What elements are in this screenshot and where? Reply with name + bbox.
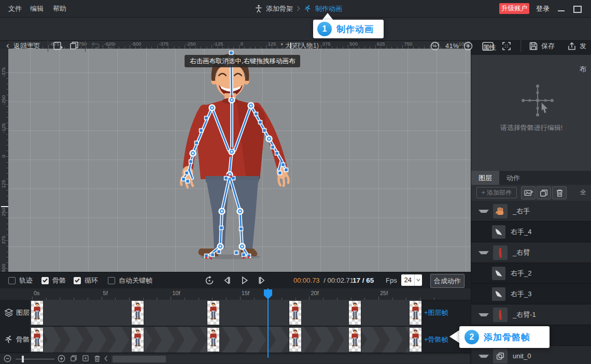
- frame-counter: 17 / 65: [353, 272, 374, 288]
- ruler-tick: [212, 45, 212, 49]
- copy-frame-icon[interactable]: [70, 355, 78, 363]
- frame-ruler-tick: [434, 298, 434, 300]
- layer-row-3[interactable]: 右手_2: [471, 263, 591, 284]
- delete-layer-button[interactable]: [552, 186, 567, 199]
- actual-size-icon[interactable]: 1:1: [482, 42, 492, 52]
- layer-row-0[interactable]: _右手: [471, 201, 591, 222]
- keyframe-thumbnail[interactable]: [31, 328, 43, 352]
- tab-actions[interactable]: 动作: [499, 171, 527, 185]
- new-canvas-icon[interactable]: [53, 41, 63, 51]
- undo-icon[interactable]: [90, 41, 101, 51]
- animation-canvas[interactable]: 右击画布取消选中,右键拖拽移动画布: [8, 49, 471, 272]
- paste-frame-icon[interactable]: [82, 355, 90, 363]
- compose-action-button[interactable]: 合成动作: [430, 274, 465, 288]
- timeline-scrollbar-handle[interactable]: [112, 356, 166, 362]
- ruler-tick: [5, 100, 8, 101]
- ruler-tick: [5, 184, 8, 185]
- collapse-caret-icon[interactable]: [479, 313, 489, 316]
- menu-edit[interactable]: 编辑: [30, 0, 44, 17]
- add-bone-frame-button[interactable]: +骨骼帧: [424, 335, 448, 344]
- checkbox-checked-icon[interactable]: [41, 277, 49, 284]
- keyframe-thumbnail[interactable]: [132, 301, 144, 325]
- window-minimize-icon[interactable]: [558, 10, 565, 11]
- keyframe-thumbnail[interactable]: [410, 301, 421, 325]
- h-ruler-label: 750: [404, 41, 412, 47]
- frame-ruler-label: 15f: [242, 290, 249, 296]
- bone-frames-track[interactable]: [30, 327, 421, 353]
- window-maximize-icon[interactable]: [573, 6, 582, 13]
- wedge-icon: [492, 225, 505, 239]
- properties-empty-state: 请选择骨骼进行编辑!: [471, 55, 591, 171]
- next-frame-button[interactable]: [257, 275, 268, 286]
- layer-row-6[interactable]: unit_0: [471, 346, 591, 364]
- timeline-ruler[interactable]: 0s5f10f15f20f25f: [0, 288, 471, 300]
- timeline-zoom-slider-handle[interactable]: [22, 356, 24, 362]
- timeline-zoom-out-icon[interactable]: [4, 355, 12, 363]
- layer-row-1[interactable]: 右手_4: [471, 222, 591, 242]
- chevron-pattern: [235, 327, 253, 353]
- keyframe-thumbnail[interactable]: [31, 301, 43, 325]
- time-display: 00:00.73 / 00:02.71: [293, 272, 354, 288]
- back-home-button[interactable]: 返回主页: [13, 34, 40, 57]
- tab-layers[interactable]: 图层: [471, 171, 499, 185]
- timeline-section: 轨迹骨骼循环自动关键帧 00:00.73 / 00:02.71 17 / 65 …: [0, 272, 471, 364]
- step-add-skeleton[interactable]: 添加骨架: [266, 4, 293, 13]
- keyframe-thumbnail[interactable]: [349, 301, 361, 325]
- timeline-zoom-in-icon[interactable]: [58, 355, 66, 363]
- bone-track-header: 骨骼: [0, 327, 30, 353]
- zoom-in-icon[interactable]: [463, 41, 474, 52]
- checkbox-checked-icon[interactable]: [74, 277, 81, 284]
- collapse-caret-icon[interactable]: [479, 210, 489, 213]
- character-with-skeleton[interactable]: [161, 49, 306, 266]
- delete-frame-icon[interactable]: [94, 355, 102, 363]
- layer-row-2[interactable]: _右臂: [471, 242, 591, 263]
- menu-file[interactable]: 文件: [8, 0, 22, 17]
- replay-button[interactable]: [204, 275, 215, 286]
- callout-step1: 1 制作动画: [313, 20, 384, 38]
- layer-row-label: 右手_4: [511, 227, 531, 237]
- select-all-button[interactable]: 全选: [580, 187, 591, 197]
- fullscreen-icon[interactable]: [502, 41, 512, 52]
- runner-icon: [4, 335, 13, 344]
- publish-button[interactable]: 发布: [580, 34, 591, 57]
- copy-layer-button[interactable]: [537, 186, 551, 199]
- keyframe-thumbnail[interactable]: [349, 328, 361, 352]
- keyframe-thumbnail[interactable]: [410, 328, 421, 352]
- upgrade-account-button[interactable]: 升级账户: [499, 3, 529, 14]
- checkbox-unchecked-icon[interactable]: [8, 277, 16, 284]
- frame-ruler-label: 0s: [34, 290, 40, 296]
- keyframe-thumbnail[interactable]: [207, 328, 219, 352]
- layer-track-label: 图层: [16, 308, 30, 317]
- fps-dropdown[interactable]: 24: [401, 274, 422, 286]
- redo-icon[interactable]: [107, 41, 117, 51]
- toggle-label: 自动关键帧: [119, 276, 152, 285]
- zoom-out-icon[interactable]: [430, 41, 441, 52]
- step-make-animation[interactable]: 制作动画: [315, 4, 342, 13]
- keyframe-thumbnail[interactable]: [132, 328, 144, 352]
- wedge-icon: [492, 267, 505, 280]
- time-current: 00:00.73: [293, 276, 320, 284]
- keyframe-thumbnail[interactable]: [289, 328, 301, 352]
- save-icon: [529, 41, 539, 52]
- layer-row-4[interactable]: 右手_3: [471, 284, 591, 304]
- replace-image-button[interactable]: [521, 186, 536, 199]
- collapse-caret-icon[interactable]: [479, 355, 489, 358]
- add-part-button[interactable]: + 添加部件: [476, 187, 517, 198]
- menu-help[interactable]: 帮助: [53, 0, 66, 17]
- login-button[interactable]: 登录: [536, 0, 550, 17]
- bone-track-label: 骨骼: [16, 335, 30, 344]
- right-panel: 属性 请选择骨骼进行编辑! 图层 动作 + 添加部件 全选 _右手右手_4_右臂…: [471, 40, 591, 364]
- keyframe-thumbnail[interactable]: [289, 301, 301, 325]
- duplicate-icon[interactable]: [69, 41, 80, 51]
- add-layer-frame-button[interactable]: +图层帧: [424, 308, 448, 317]
- play-button[interactable]: [240, 275, 250, 286]
- save-button[interactable]: 保存: [541, 34, 555, 57]
- chevron-pattern: [167, 327, 185, 353]
- checkbox-unchecked-icon[interactable]: [108, 277, 115, 284]
- callout1-label: 制作动画: [336, 23, 374, 35]
- collapse-caret-icon[interactable]: [479, 251, 489, 254]
- previous-frame-button[interactable]: [222, 275, 232, 286]
- layer-row-5[interactable]: _右臂-1: [471, 304, 591, 325]
- layer-frames-track[interactable]: [30, 300, 421, 326]
- keyframe-thumbnail[interactable]: [207, 301, 219, 325]
